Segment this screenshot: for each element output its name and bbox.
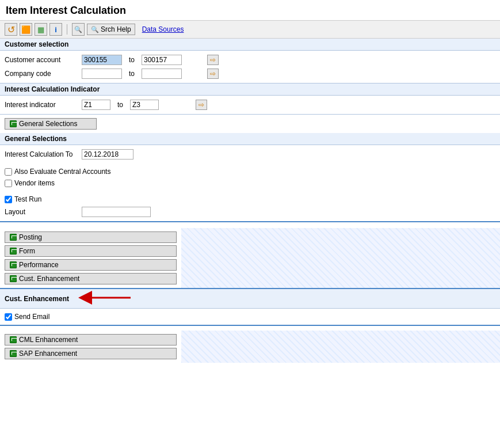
customer-selection-content: Customer account to ⇨ Company code to ⇨ bbox=[0, 51, 500, 83]
vendor-items-checkbox[interactable] bbox=[5, 180, 12, 187]
company-code-multiselect-btn[interactable]: ⇨ bbox=[207, 69, 219, 79]
customer-selection-section: Customer selection Customer account to ⇨… bbox=[0, 39, 500, 83]
interest-indicator-to-label: to bbox=[117, 101, 123, 109]
company-code-from-input[interactable] bbox=[82, 69, 122, 79]
cust-enhancement-icon bbox=[10, 275, 17, 282]
posting-btn[interactable]: Posting bbox=[5, 231, 177, 243]
company-code-to-input[interactable] bbox=[142, 69, 182, 79]
form-label: Form bbox=[19, 247, 35, 255]
page-title: Item Interest Calculation bbox=[0, 0, 500, 21]
red-arrow bbox=[76, 291, 133, 306]
search-help-icon: 🔍 bbox=[91, 26, 99, 33]
customer-selection-header: Customer selection bbox=[0, 39, 500, 51]
find-icon: 🔍 bbox=[74, 26, 82, 33]
also-evaluate-checkbox[interactable] bbox=[5, 168, 12, 176]
multiselect-icon-3: ⇨ bbox=[199, 101, 204, 109]
interest-calc-to-input[interactable] bbox=[82, 149, 133, 160]
performance-label: Performance bbox=[19, 261, 59, 269]
interest-calc-indicator-header: Interest Calculation Indicator bbox=[0, 83, 500, 96]
interest-indicator-from-input[interactable] bbox=[82, 100, 110, 110]
interest-indicator-multiselect-btn[interactable]: ⇨ bbox=[196, 100, 207, 110]
layout-label: Layout bbox=[5, 208, 79, 216]
sap-enhancement-btn[interactable]: SAP Enhancement bbox=[5, 348, 177, 359]
save-btn[interactable]: 🟧 bbox=[20, 23, 32, 36]
layout-input[interactable] bbox=[82, 207, 151, 217]
posting-label: Posting bbox=[19, 233, 42, 241]
layout-row: Layout bbox=[5, 205, 495, 219]
expandable-layout: Posting Form Performance Cust. Enhanceme… bbox=[0, 228, 500, 288]
customer-account-to-label: to bbox=[129, 56, 135, 64]
send-email-row: Send Email bbox=[5, 311, 495, 322]
posting-icon bbox=[10, 234, 17, 241]
bottom-buttons-col: CML Enhancement SAP Enhancement bbox=[0, 331, 181, 363]
refresh-icon: ↺ bbox=[7, 24, 15, 35]
refresh-btn[interactable]: ↺ bbox=[5, 23, 17, 36]
search-help-label: Srch Help bbox=[101, 25, 131, 33]
bottom-buttons: CML Enhancement SAP Enhancement bbox=[0, 331, 181, 363]
interest-indicator-label: Interest indicator bbox=[5, 101, 79, 109]
performance-btn[interactable]: Performance bbox=[5, 259, 177, 271]
general-selections-header: General Selections bbox=[0, 133, 500, 145]
also-evaluate-label: Also Evaluate Central Accounts bbox=[14, 168, 110, 176]
right-panel bbox=[181, 228, 500, 288]
shortcut-btn[interactable]: ▦ bbox=[35, 23, 47, 36]
general-selections-content: Interest Calculation To Also Evaluate Ce… bbox=[0, 145, 500, 221]
customer-account-from-input[interactable] bbox=[82, 55, 122, 65]
customer-account-label: Customer account bbox=[5, 56, 79, 64]
general-selections-icon bbox=[10, 120, 17, 127]
sap-enhancement-label: SAP Enhancement bbox=[19, 350, 77, 358]
form-btn[interactable]: Form bbox=[5, 245, 177, 257]
cust-enhancement-section: Cust. Enhancement Send Email bbox=[0, 288, 500, 326]
expandable-sections: Posting Form Performance Cust. Enhanceme… bbox=[0, 228, 181, 288]
company-code-to-label: to bbox=[129, 70, 135, 78]
cust-enhancement-btn[interactable]: Cust. Enhancement bbox=[5, 273, 177, 284]
general-selections-button-row: General Selections bbox=[0, 115, 500, 133]
cml-enhancement-btn[interactable]: CML Enhancement bbox=[5, 334, 177, 346]
interest-indicator-to-input[interactable] bbox=[130, 100, 159, 110]
info-icon: i bbox=[55, 25, 57, 34]
multiselect-icon: ⇨ bbox=[210, 56, 216, 64]
interest-calc-indicator-content: Interest indicator to ⇨ bbox=[0, 96, 500, 114]
general-selections-button-label: General Selections bbox=[19, 120, 77, 128]
company-code-label: Company code bbox=[5, 70, 79, 78]
expandable-buttons-col: Posting Form Performance Cust. Enhanceme… bbox=[0, 228, 181, 288]
main-content: Customer selection Customer account to ⇨… bbox=[0, 39, 500, 363]
company-code-row: Company code to ⇨ bbox=[5, 67, 495, 81]
performance-icon bbox=[10, 261, 17, 268]
customer-account-row: Customer account to ⇨ bbox=[5, 53, 495, 67]
cust-enhancement-section-header: Cust. Enhancement bbox=[5, 295, 69, 303]
vendor-items-label: Vendor items bbox=[14, 179, 55, 187]
interest-calc-to-row: Interest Calculation To bbox=[5, 147, 495, 161]
sap-enhancement-icon bbox=[10, 350, 17, 357]
interest-indicator-row: Interest indicator to ⇨ bbox=[5, 98, 495, 112]
bottom-layout: CML Enhancement SAP Enhancement bbox=[0, 331, 500, 363]
interest-calc-to-label: Interest Calculation To bbox=[5, 150, 79, 158]
general-selections-section: General Selections Interest Calculation … bbox=[0, 133, 500, 222]
data-sources-link[interactable]: Data Sources bbox=[142, 25, 184, 33]
also-evaluate-row: Also Evaluate Central Accounts bbox=[5, 166, 495, 177]
cust-enhancement-content: Send Email bbox=[0, 309, 500, 325]
cml-enhancement-label: CML Enhancement bbox=[19, 336, 78, 344]
multiselect-icon-2: ⇨ bbox=[210, 70, 216, 78]
test-run-label: Test Run bbox=[14, 195, 41, 203]
test-run-row: Test Run bbox=[5, 193, 495, 205]
interest-calc-indicator-section: Interest Calculation Indicator Interest … bbox=[0, 83, 500, 115]
shortcut-icon: ▦ bbox=[37, 25, 44, 34]
general-selections-button[interactable]: General Selections bbox=[5, 118, 97, 130]
cust-enhancement-label: Cust. Enhancement bbox=[19, 275, 79, 283]
save-icon: 🟧 bbox=[21, 25, 30, 34]
vendor-items-row: Vendor items bbox=[5, 177, 495, 189]
info-btn[interactable]: i bbox=[49, 23, 62, 36]
search-help-btn[interactable]: 🔍 Srch Help bbox=[87, 24, 135, 35]
toolbar: ↺ 🟧 ▦ i 🔍 🔍 Srch Help Data Sources bbox=[0, 21, 500, 39]
send-email-checkbox[interactable] bbox=[5, 313, 12, 321]
send-email-label: Send Email bbox=[14, 313, 49, 321]
bottom-right-panel bbox=[181, 331, 500, 363]
customer-account-multiselect-btn[interactable]: ⇨ bbox=[207, 55, 219, 65]
toolbar-separator bbox=[67, 24, 67, 35]
find-btn[interactable]: 🔍 bbox=[72, 23, 85, 36]
form-icon bbox=[10, 248, 17, 255]
test-run-checkbox[interactable] bbox=[5, 196, 12, 203]
cml-enhancement-icon bbox=[10, 336, 17, 343]
customer-account-to-input[interactable] bbox=[142, 55, 182, 65]
